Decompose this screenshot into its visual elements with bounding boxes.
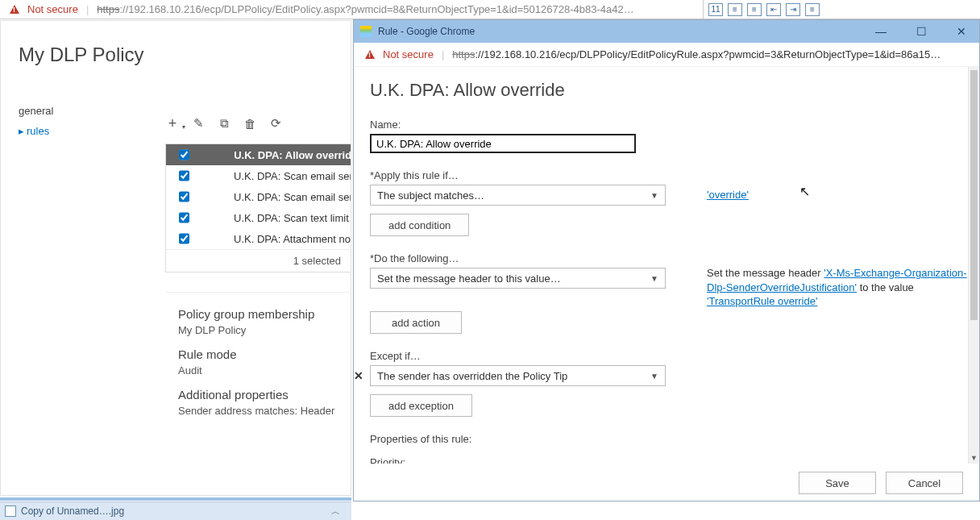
file-icon (5, 505, 16, 517)
align-icon[interactable]: ≡ (805, 3, 820, 16)
scroll-down-button[interactable]: ▼ (969, 452, 979, 464)
scroll-thumb[interactable] (970, 70, 978, 320)
chevron-up-icon[interactable]: ︿ (331, 505, 340, 518)
divider (0, 497, 351, 501)
apply-condition-dropdown[interactable]: The subject matches…▼ (370, 185, 666, 206)
apply-label: Apply this rule if… (370, 169, 968, 181)
mode-label: Rule mode (178, 347, 338, 361)
group-label: Policy group membership (178, 307, 338, 321)
name-label: Name: (370, 119, 968, 131)
download-bar: Copy of Unnamed….jpg ︿ (0, 501, 351, 520)
window-titlebar[interactable]: Rule - Google Chrome — ☐ ✕ (354, 20, 979, 43)
rule-row[interactable]: U.K. DPA: Scan email sent o (166, 186, 351, 207)
dialog-footer: Save Cancel (799, 472, 963, 494)
rules-list: U.K. DPA: Allow override U.K. DPA: Scan … (165, 144, 351, 272)
copy-button[interactable]: ⧉ (217, 116, 231, 131)
window-title: Rule - Google Chrome (378, 26, 475, 37)
cancel-button[interactable]: Cancel (886, 472, 963, 494)
not-secure-label: Not secure (27, 3, 78, 15)
add-exception-button[interactable]: add exception (370, 394, 472, 417)
edit-button[interactable]: ✎ (191, 116, 206, 131)
close-button[interactable]: ✕ (950, 25, 973, 38)
props-value: Sender address matches: Header (178, 405, 338, 417)
add-button[interactable]: +▾ (165, 116, 180, 131)
parent-address-bar: Not secure | https://192.168.10.216/ecp/… (0, 0, 703, 19)
rule-editor-window: Rule - Google Chrome — ☐ ✕ Not secure | … (353, 19, 980, 501)
indent-icon-2[interactable]: ⇥ (786, 3, 800, 16)
do-label: Do the following… (370, 252, 968, 264)
rule-row[interactable]: U.K. DPA: Attachment not s (166, 228, 351, 249)
scrollbar[interactable]: ▲ ▼ (968, 67, 979, 464)
rule-checkbox[interactable] (179, 170, 189, 181)
rule-checkbox[interactable] (179, 149, 189, 160)
child-url[interactable]: https://192.168.10.216/ecp/DLPPolicy/Edi… (452, 48, 968, 60)
selection-count: 1 selected (166, 249, 351, 272)
priority-label: Priority: (370, 456, 968, 464)
refresh-button[interactable]: ⟳ (268, 116, 283, 131)
rule-props-label: Properties of this rule: (370, 433, 968, 445)
ribbon-fragment: 11 ≡ ≡ ⇤ ⇥ ≡ (703, 0, 980, 19)
parent-window: My DLP Policy general ▸rules +▾ ✎ ⧉ 🗑 ⟳ … (0, 20, 351, 496)
page-title: My DLP Policy (1, 21, 351, 89)
header-value-link[interactable]: 'TransportRule override' (707, 295, 817, 307)
add-condition-button[interactable]: add condition (370, 214, 469, 236)
rule-checkbox[interactable] (179, 191, 189, 202)
child-address-bar: Not secure | https://192.168.10.216/ecp/… (354, 43, 979, 67)
group-value: My DLP Policy (178, 324, 338, 336)
not-secure-label: Not secure (383, 48, 434, 60)
warning-icon (365, 50, 375, 59)
maximize-button[interactable]: ☐ (910, 25, 932, 38)
delete-button[interactable]: 🗑 (243, 116, 257, 131)
exception-dropdown[interactable]: The sender has overridden the Policy Tip… (370, 365, 666, 386)
rule-row[interactable]: U.K. DPA: Scan text limit ex (166, 207, 351, 228)
separator: | (86, 3, 89, 15)
list-icon-2[interactable]: ≡ (747, 3, 762, 16)
font-size-box[interactable]: 11 (708, 3, 723, 16)
action-dropdown[interactable]: Set the message header to this value…▼ (370, 268, 666, 289)
tab-rules[interactable]: ▸rules (19, 125, 53, 137)
warning-icon (10, 5, 19, 14)
nav-tabs: general ▸rules (19, 105, 53, 145)
chevron-down-icon: ▼ (650, 191, 658, 200)
mode-value: Audit (178, 364, 338, 376)
indent-icon[interactable]: ⇤ (766, 3, 781, 16)
chevron-down-icon: ▼ (650, 274, 658, 283)
tab-general[interactable]: general (19, 105, 53, 117)
name-input[interactable] (370, 134, 636, 153)
chevron-down-icon: ▼ (650, 372, 658, 381)
rule-details-panel: Policy group membership My DLP Policy Ru… (165, 292, 351, 439)
save-button[interactable]: Save (799, 472, 876, 494)
download-filename[interactable]: Copy of Unnamed….jpg (21, 505, 124, 517)
remove-exception-button[interactable]: ✕ (354, 369, 363, 382)
rule-checkbox[interactable] (179, 212, 189, 223)
minimize-button[interactable]: — (870, 25, 892, 38)
rule-row[interactable]: U.K. DPA: Scan email sent o (166, 165, 351, 186)
rule-row[interactable]: U.K. DPA: Allow override (166, 144, 351, 165)
except-label: Except if… (370, 350, 968, 362)
chrome-favicon-icon (360, 26, 372, 37)
parent-url[interactable]: https://192.168.10.216/ecp/DLPPolicy/Edi… (97, 3, 693, 15)
condition-value-link[interactable]: 'override' (707, 189, 749, 201)
toolbar: +▾ ✎ ⧉ 🗑 ⟳ (165, 116, 283, 131)
rule-heading: U.K. DPA: Allow override (370, 80, 968, 101)
list-icon[interactable]: ≡ (728, 3, 742, 16)
props-label: Additional properties (178, 388, 338, 401)
rule-checkbox[interactable] (179, 233, 189, 244)
add-action-button[interactable]: add action (370, 311, 462, 334)
rule-form: U.K. DPA: Allow override Name: Apply thi… (354, 67, 968, 464)
